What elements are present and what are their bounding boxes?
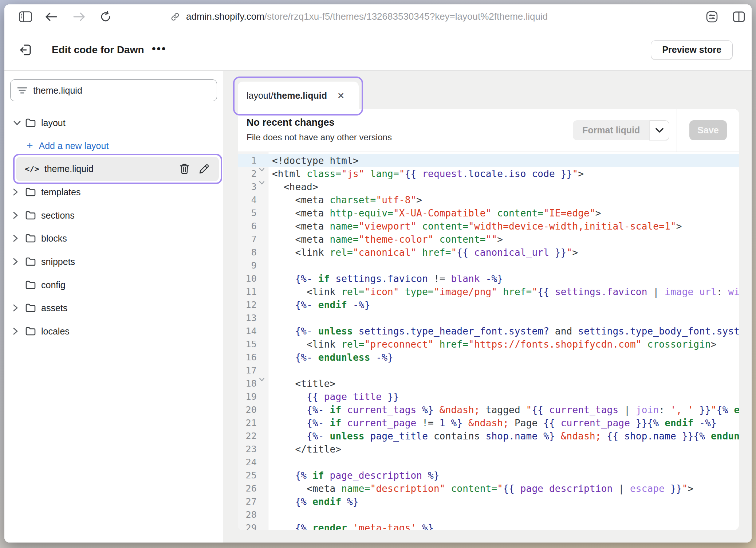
tuner-icon[interactable] [705,10,718,23]
code-line-16[interactable]: 16 {%- endunless -%} [238,351,739,364]
code-line-26[interactable]: 26 <meta name="description" content="{{ … [238,482,739,495]
code-line-2[interactable]: 2<html class="js" lang="{{ request.local… [238,167,739,180]
format-liquid-button[interactable]: Format liquid [573,120,649,140]
code-line-14[interactable]: 14 {%- unless settings.type_header_font.… [238,325,739,338]
sidebar-folder-snippets[interactable]: snippets [4,250,223,273]
folder-icon [25,257,36,266]
exit-icon[interactable] [20,44,32,56]
tab-close-icon[interactable]: ✕ [337,91,344,100]
chevron-right-icon[interactable] [13,211,25,220]
code-line-text: </title> [272,443,739,456]
code-line-8[interactable]: 8 <link rel="canonical" href="{{ canonic… [238,246,739,259]
delete-file-icon[interactable] [180,164,189,174]
save-button[interactable]: Save [689,120,727,140]
code-line-3[interactable]: 3 <head> [238,180,739,193]
sidebar-folder-layout[interactable]: layout [4,111,223,134]
code-line-29[interactable]: 29 {% render 'meta-tags' %} [238,521,739,530]
code-line-18[interactable]: 18 <title> [238,377,739,390]
code-line-10[interactable]: 10 {%- if settings.favicon != blank -%} [238,272,739,285]
fold-toggle-icon[interactable] [259,181,265,185]
code-line-text: <meta name="viewport" content="width=dev… [272,220,739,233]
line-number: 21 [238,416,257,430]
sidebar-folder-blocks[interactable]: blocks [4,227,223,250]
overflow-menu-icon[interactable]: ••• [152,43,167,55]
fold-toggle-icon[interactable] [259,377,265,381]
sidebar-folder-templates[interactable]: templates [4,181,223,203]
forward-icon[interactable] [73,12,85,21]
code-line-24[interactable]: 24 [238,456,739,469]
sidebar-item-theme-liquid[interactable]: </>theme.liquid [16,157,219,181]
toolbar-divider [677,109,677,152]
format-liquid-caret-button[interactable] [649,120,669,140]
version-status-heading: No recent changes [247,117,335,128]
chevron-right-icon[interactable] [13,327,25,336]
line-number: 9 [238,259,257,272]
code-line-text: <meta charset="utf-8"> [272,193,739,207]
chevron-right-icon[interactable] [13,188,25,196]
code-line-9[interactable]: 9 [238,259,739,272]
tab-theme-liquid[interactable]: layout/theme.liquid ✕ [238,82,359,113]
folder-label: templates [41,187,80,197]
code-line-text: <meta http-equiv="X-UA-Compatible" conte… [272,207,739,220]
folder-icon [25,303,36,313]
code-line-text: {%- unless settings.type_header_font.sys… [272,325,739,338]
code-line-12[interactable]: 12 {%- endif -%} [238,298,739,312]
page-title: Edit code for Dawn [52,44,144,56]
sidebar-folder-assets[interactable]: assets [4,297,223,319]
code-line-text: {% render 'meta-tags' %} [272,521,739,530]
folder-label: config [41,280,66,290]
code-line-28[interactable]: 28 [238,508,739,521]
code-file-icon: </> [25,164,39,173]
code-line-20[interactable]: 20 {%- if current_tags %} &ndash; tagged… [238,403,739,416]
code-line-5[interactable]: 5 <meta http-equiv="X-UA-Compatible" con… [238,207,739,220]
line-number: 2 [238,167,257,180]
chevron-right-icon[interactable] [13,234,25,243]
line-number: 17 [238,364,257,377]
code-line-11[interactable]: 11 <link rel="icon" type="image/png" hre… [238,285,739,298]
folder-label: assets [41,303,67,313]
code-line-21[interactable]: 21 {%- if current_page != 1 %} &ndash; P… [238,416,739,430]
code-line-17[interactable]: 17 [238,364,739,377]
fold-toggle-icon[interactable] [259,168,265,172]
code-line-6[interactable]: 6 <meta name="viewport" content="width=d… [238,220,739,233]
code-line-1[interactable]: 1<!doctype html> [238,154,739,167]
chevron-down-icon[interactable] [13,120,25,126]
back-icon[interactable] [45,12,58,21]
code-line-7[interactable]: 7 <meta name="theme-color" content=""> [238,233,739,246]
code-line-13[interactable]: 13 [238,312,739,325]
code-line-15[interactable]: 15 <link rel="preconnect" href="https://… [238,338,739,351]
code-line-text: <meta name="description" content="{{ pag… [272,482,739,495]
sidebar-folder-config[interactable]: config [4,274,223,296]
plus-icon: + [27,140,33,152]
code-line-text: <!doctype html> [272,154,739,167]
line-number: 29 [238,521,257,530]
folder-label: layout [41,118,66,128]
code-line-22[interactable]: 22 {%- unless page_title contains shop.n… [238,430,739,443]
code-line-text: <meta name="theme-color" content=""> [272,233,739,246]
code-line-4[interactable]: 4 <meta charset="utf-8"> [238,193,739,207]
folder-icon [25,326,36,336]
sidebar-folder-locales[interactable]: locales [4,320,223,342]
sidebar-folder-sections[interactable]: sections [4,204,223,227]
link-icon [170,12,180,22]
code-line-27[interactable]: 27 {% endif %} [238,495,739,508]
line-number: 11 [238,285,257,298]
format-liquid-button-group: Format liquid [573,120,669,140]
code-line-23[interactable]: 23 </title> [238,443,739,456]
line-number: 19 [238,390,257,403]
editor-card: No recent changes File does not have any… [238,109,739,530]
code-line-25[interactable]: 25 {% if page_description %} [238,469,739,482]
preview-store-button[interactable]: Preview store [651,40,733,59]
code-editor[interactable]: 1<!doctype html>2<html class="js" lang="… [238,152,739,530]
chevron-right-icon[interactable] [13,304,25,312]
chevron-right-icon[interactable] [13,257,25,266]
line-number: 25 [238,469,257,482]
code-line-19[interactable]: 19 {{ page_title }} [238,390,739,403]
reload-icon[interactable] [100,11,111,23]
rename-file-icon[interactable] [199,164,209,174]
line-number: 22 [238,430,257,443]
split-view-icon[interactable] [733,11,745,22]
panel-toggle-icon[interactable] [19,11,32,22]
folder-label: sections [41,210,75,221]
address-bar[interactable]: admin.shopify.com/store/rzq1xu-f5/themes… [170,4,548,29]
